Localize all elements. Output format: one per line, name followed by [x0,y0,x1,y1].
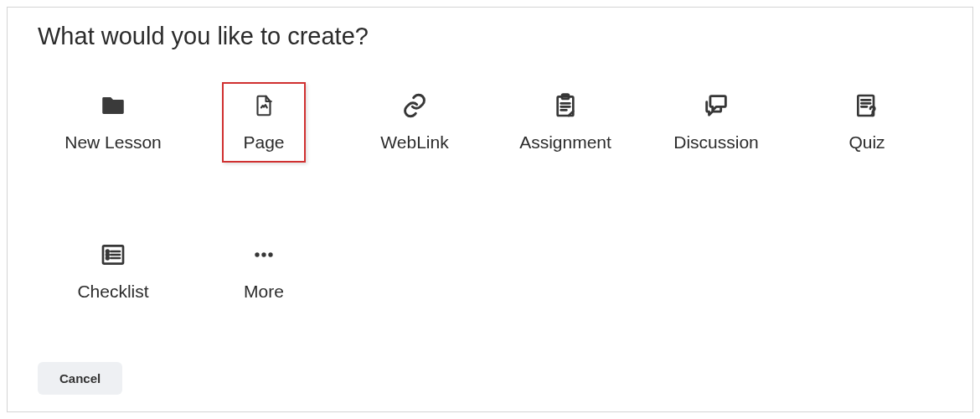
cancel-button[interactable]: Cancel [38,362,122,395]
tile-label: Assignment [519,132,611,153]
link-icon [400,91,430,121]
checklist-icon [98,240,128,270]
tile-page[interactable]: Page [222,82,306,163]
quiz-icon [852,91,882,121]
tile-more[interactable]: More [222,231,306,312]
svg-point-17 [255,252,259,256]
tile-label: Checklist [77,282,148,302]
svg-point-13 [106,257,109,260]
svg-point-9 [872,114,874,116]
folder-icon [98,91,128,121]
tile-quiz[interactable]: Quiz [825,82,909,163]
more-icon [249,240,279,270]
tile-weblink[interactable]: WebLink [373,82,456,163]
dialog-footer: Cancel [38,362,122,395]
tile-discussion[interactable]: Discussion [674,82,758,163]
page-icon [249,91,279,121]
discussion-icon [701,91,731,121]
create-dialog: What would you like to create? New Lesso… [7,7,973,412]
tile-label: New Lesson [64,132,162,153]
tile-new-lesson[interactable]: New Lesson [71,82,155,163]
tile-label: More [244,282,284,302]
dialog-title: What would you like to create? [38,23,942,50]
assignment-icon [550,91,580,121]
tile-label: WebLink [380,132,448,153]
tile-label: Discussion [673,132,759,153]
tile-label: Quiz [848,132,885,153]
svg-point-19 [268,252,272,256]
tile-assignment[interactable]: Assignment [524,82,607,163]
tile-checklist[interactable]: Checklist [71,231,155,312]
tile-label: Page [243,132,284,153]
svg-point-12 [106,254,109,256]
svg-point-18 [261,252,266,256]
tile-grid: New Lesson Page WebLink [38,82,942,312]
svg-point-11 [106,251,109,253]
